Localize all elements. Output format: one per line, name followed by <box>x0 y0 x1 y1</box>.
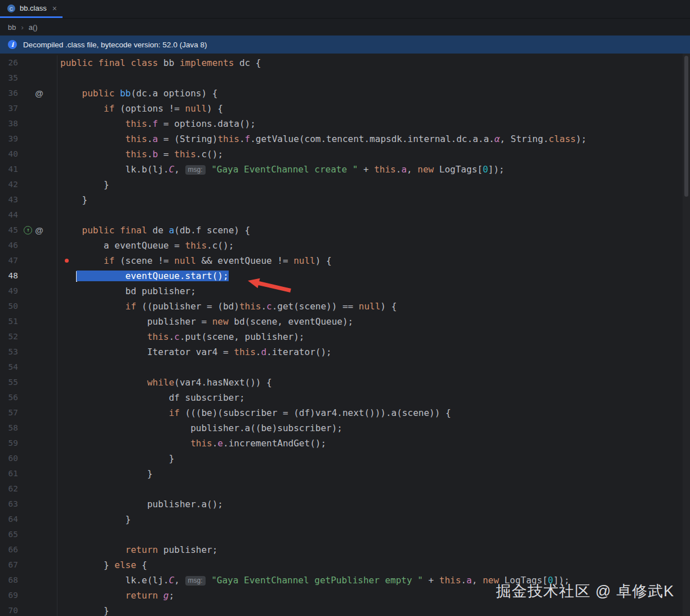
code-text[interactable]: this.c.put(scene, publisher); <box>57 329 690 344</box>
line-number[interactable]: 36 <box>0 86 23 101</box>
line-number[interactable]: 42 <box>0 177 23 192</box>
code-text[interactable]: bd publisher; <box>57 283 690 299</box>
scrollbar[interactable] <box>683 54 690 616</box>
code-text[interactable]: } <box>57 192 690 207</box>
line-number[interactable]: 65 <box>0 527 23 542</box>
line-number[interactable]: 53 <box>0 344 23 360</box>
code-text[interactable]: this.b = this.c(); <box>57 147 690 162</box>
code-text[interactable]: lk.b(lj.C, msg: "Gaya EventChannel creat… <box>57 162 690 177</box>
code-line[interactable]: 57 if (((be)(subscriber = (df)var4.next(… <box>0 405 690 420</box>
line-number[interactable]: 69 <box>0 588 23 603</box>
code-line[interactable]: 37 if (options != null) { <box>0 101 690 116</box>
breadcrumb-method[interactable]: a() <box>29 23 38 32</box>
code-line[interactable]: 61 } <box>0 466 690 481</box>
line-number[interactable]: 55 <box>0 375 23 390</box>
line-number[interactable]: 56 <box>0 390 23 405</box>
line-number[interactable]: 35 <box>0 70 23 86</box>
code-line[interactable]: 45↑@ public final de a(db.f scene) { <box>0 223 690 238</box>
line-number[interactable]: 62 <box>0 481 23 497</box>
code-line[interactable]: 40 this.b = this.c(); <box>0 147 690 162</box>
line-number[interactable]: 38 <box>0 116 23 131</box>
code-text[interactable]: if (options != null) { <box>57 101 690 116</box>
code-text[interactable]: public final de a(db.f scene) { <box>57 223 690 238</box>
code-line[interactable]: 70 } <box>0 603 690 616</box>
code-line[interactable]: 46 a eventQueue = this.c(); <box>0 238 690 253</box>
line-number[interactable]: 47 <box>0 253 23 268</box>
code-line[interactable]: 35 <box>0 70 690 86</box>
code-text[interactable]: public final class bb implements dc { <box>57 55 690 70</box>
code-editor[interactable]: 26public final class bb implements dc {3… <box>0 54 690 616</box>
code-text[interactable]: while(var4.hasNext()) { <box>57 375 690 390</box>
code-text[interactable]: if (((be)(subscriber = (df)var4.next()))… <box>57 405 690 420</box>
code-line[interactable]: 67 } else { <box>0 557 690 573</box>
code-line[interactable]: 59 this.e.incrementAndGet(); <box>0 436 690 451</box>
line-number[interactable]: 66 <box>0 542 23 557</box>
code-line[interactable]: 42 } <box>0 177 690 192</box>
tab-bb-class[interactable]: C bb.class × <box>0 0 63 18</box>
code-line[interactable]: 26public final class bb implements dc { <box>0 55 690 70</box>
code-line[interactable]: 63 publisher.a(); <box>0 497 690 512</box>
line-number[interactable]: 51 <box>0 314 23 329</box>
code-line[interactable]: 41 lk.b(lj.C, msg: "Gaya EventChannel cr… <box>0 162 690 177</box>
line-number[interactable]: 52 <box>0 329 23 344</box>
code-text[interactable]: this.f = options.data(); <box>57 116 690 131</box>
code-line[interactable]: 51 publisher = new bd(scene, eventQueue)… <box>0 314 690 329</box>
code-line[interactable]: 64 } <box>0 512 690 527</box>
code-line[interactable]: 47 if (scene != null && eventQueue != nu… <box>0 253 690 268</box>
code-text[interactable]: } <box>57 451 690 466</box>
line-number[interactable]: 26 <box>0 55 23 70</box>
code-text[interactable] <box>57 360 690 375</box>
line-number[interactable]: 68 <box>0 573 23 588</box>
code-line[interactable]: 48 eventQueue.start(); <box>0 268 690 283</box>
tab-close-icon[interactable]: × <box>52 5 57 12</box>
code-text[interactable]: df subscriber; <box>57 390 690 405</box>
scrollbar-thumb[interactable] <box>684 56 688 197</box>
line-number[interactable]: 67 <box>0 557 23 573</box>
code-text[interactable] <box>57 527 690 542</box>
red-dot-marker[interactable] <box>65 259 69 263</box>
line-number[interactable]: 58 <box>0 420 23 436</box>
line-number[interactable]: 45 <box>0 223 23 238</box>
line-number[interactable]: 70 <box>0 603 23 616</box>
code-line[interactable]: 52 this.c.put(scene, publisher); <box>0 329 690 344</box>
code-text[interactable]: public bb(dc.a options) { <box>57 86 690 101</box>
line-number[interactable]: 49 <box>0 283 23 299</box>
code-line[interactable]: 62 <box>0 481 690 497</box>
code-text[interactable]: publisher.a(); <box>57 497 690 512</box>
code-line[interactable]: 56 df subscriber; <box>0 390 690 405</box>
code-text[interactable]: this.a = (String)this.f.getValue(com.ten… <box>57 131 690 147</box>
code-text[interactable]: } else { <box>57 557 690 573</box>
code-text[interactable] <box>57 207 690 223</box>
line-number[interactable]: 40 <box>0 147 23 162</box>
code-line[interactable]: 43 } <box>0 192 690 207</box>
code-text[interactable]: } <box>57 177 690 192</box>
line-number[interactable]: 48 <box>0 268 23 283</box>
code-text[interactable]: this.e.incrementAndGet(); <box>57 436 690 451</box>
code-line[interactable]: 39 this.a = (String)this.f.getValue(com.… <box>0 131 690 147</box>
annotation-at-icon[interactable]: @ <box>35 223 43 238</box>
code-line[interactable]: 60 } <box>0 451 690 466</box>
line-number[interactable]: 63 <box>0 497 23 512</box>
line-number[interactable]: 43 <box>0 192 23 207</box>
line-number[interactable]: 57 <box>0 405 23 420</box>
annotation-at-icon[interactable]: @ <box>35 86 43 101</box>
line-number[interactable]: 60 <box>0 451 23 466</box>
line-number[interactable]: 44 <box>0 207 23 223</box>
code-text[interactable]: } <box>57 466 690 481</box>
code-text[interactable]: if (scene != null && eventQueue != null)… <box>57 253 690 268</box>
code-text[interactable] <box>57 70 690 86</box>
code-text[interactable]: } <box>57 512 690 527</box>
line-number[interactable]: 61 <box>0 466 23 481</box>
code-line[interactable]: 55 while(var4.hasNext()) { <box>0 375 690 390</box>
code-line[interactable]: 54 <box>0 360 690 375</box>
code-text[interactable]: publisher.a((be)subscriber); <box>57 420 690 436</box>
code-text[interactable]: return publisher; <box>57 542 690 557</box>
code-line[interactable]: 49 bd publisher; <box>0 283 690 299</box>
breadcrumb-class[interactable]: bb <box>8 23 16 32</box>
code-line[interactable]: 50 if ((publisher = (bd)this.c.get(scene… <box>0 299 690 314</box>
code-line[interactable]: 66 return publisher; <box>0 542 690 557</box>
code-text[interactable]: publisher = new bd(scene, eventQueue); <box>57 314 690 329</box>
code-line[interactable]: 65 <box>0 527 690 542</box>
line-number[interactable]: 64 <box>0 512 23 527</box>
code-text[interactable]: } <box>57 603 690 616</box>
